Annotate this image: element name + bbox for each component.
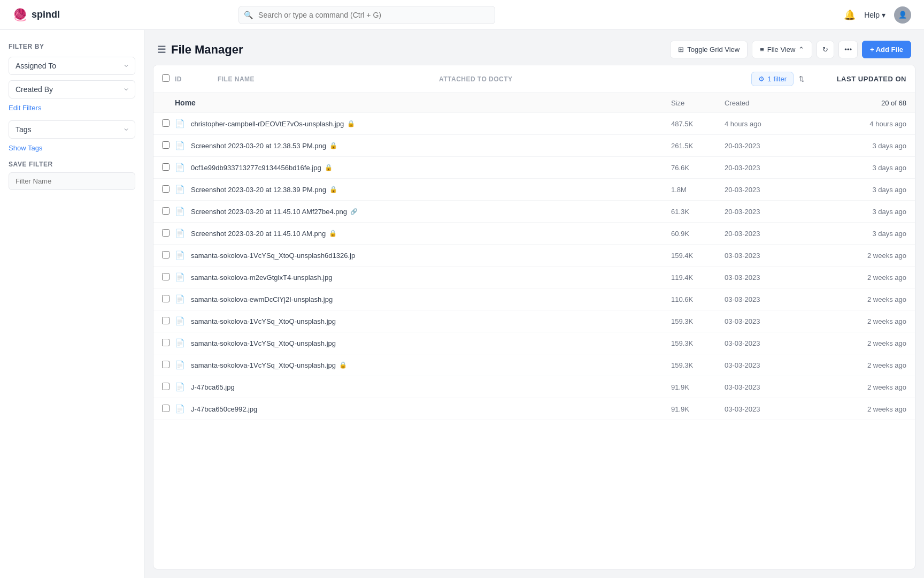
row-checkbox-cell-13 <box>162 405 175 414</box>
table-row[interactable]: 📄 christopher-campbell-rDEOVtE7vOs-unspl… <box>153 113 915 135</box>
row-checkbox-2[interactable] <box>162 163 170 171</box>
file-name-10: samanta-sokolova-1VcYSq_XtoQ-unsplash.jp… <box>191 339 671 347</box>
file-size-3: 1.8M <box>671 186 725 194</box>
file-size-1: 261.5K <box>671 142 725 150</box>
file-name-text-2: 0cf1e99db933713277c9134456bd16fe.jpg <box>191 164 321 172</box>
record-count: 20 of 68 <box>810 99 906 107</box>
filter-by-label: Filter By <box>9 43 135 50</box>
file-size-5: 60.9K <box>671 230 725 238</box>
lock-icon-11: 🔒 <box>339 361 347 369</box>
file-type-icon-2: 📄 <box>175 163 187 172</box>
search-icon: 🔍 <box>244 11 253 19</box>
file-type-icon-11: 📄 <box>175 360 187 370</box>
table-row[interactable]: 📄 samanta-sokolova-ewmDcClYj2I-unsplash.… <box>153 288 915 310</box>
assigned-to-select[interactable]: Assigned To <box>9 57 135 75</box>
row-checkbox-9[interactable] <box>162 317 170 324</box>
search-input[interactable] <box>238 6 495 24</box>
table-body: 📄 christopher-campbell-rDEOVtE7vOs-unspl… <box>153 113 915 569</box>
file-type-icon-8: 📄 <box>175 294 187 304</box>
created-by-select[interactable]: Created By <box>9 80 135 98</box>
table-row[interactable]: 📄 samanta-sokolova-1VcYSq_XtoQ-unsplash.… <box>153 354 915 376</box>
file-created-4: 20-03-2023 <box>725 208 810 216</box>
file-created-2: 20-03-2023 <box>725 164 810 172</box>
tags-select[interactable]: Tags <box>9 120 135 139</box>
save-filter-label: Save Filter <box>9 161 135 168</box>
file-created-12: 03-03-2023 <box>725 383 810 391</box>
file-updated-10: 2 weeks ago <box>810 339 906 347</box>
row-checkbox-7[interactable] <box>162 273 170 280</box>
table-row[interactable]: 📄 samanta-sokolova-1VcYSq_XtoQ-unsplash6… <box>153 245 915 267</box>
row-checkbox-0[interactable] <box>162 119 170 127</box>
file-updated-6: 2 weeks ago <box>810 252 906 260</box>
row-checkbox-11[interactable] <box>162 361 170 368</box>
add-file-button[interactable]: + Add File <box>862 41 911 58</box>
row-checkbox-13[interactable] <box>162 405 170 412</box>
edit-filters-link[interactable]: Edit Filters <box>9 104 135 112</box>
table-row[interactable]: 📄 Screenshot 2023-03-20 at 12.38.39 PM.p… <box>153 179 915 201</box>
file-size-0: 487.5K <box>671 120 725 128</box>
filter-button[interactable]: ⚙ 1 filter <box>751 72 794 86</box>
row-checkbox-4[interactable] <box>162 207 170 215</box>
logo[interactable]: 🧶 spindl <box>13 8 60 22</box>
row-checkbox-cell-3 <box>162 185 175 194</box>
row-checkbox-3[interactable] <box>162 185 170 193</box>
file-size-10: 159.3K <box>671 339 725 347</box>
row-checkbox-5[interactable] <box>162 229 170 237</box>
file-view-button[interactable]: ≡ File View ⌃ <box>752 41 812 58</box>
table-row[interactable]: 📄 samanta-sokolova-1VcYSq_XtoQ-unsplash.… <box>153 332 915 354</box>
help-label: Help <box>864 11 880 19</box>
toggle-grid-view-button[interactable]: ⊞ Toggle Grid View <box>670 41 748 58</box>
row-checkbox-10[interactable] <box>162 339 170 346</box>
filter-icon: ⚙ <box>758 75 765 83</box>
file-name-4: Screenshot 2023-03-20 at 11.45.10 AMf27b… <box>191 208 671 216</box>
table-row[interactable]: 📄 Screenshot 2023-03-20 at 12.38.53 PM.p… <box>153 135 915 157</box>
file-created-10: 03-03-2023 <box>725 339 810 347</box>
row-checkbox-cell-4 <box>162 207 175 216</box>
content-area: ☰ File Manager ⊞ Toggle Grid View ≡ File… <box>144 30 924 578</box>
table-row[interactable]: 📄 Screenshot 2023-03-20 at 11.45.10 AM.p… <box>153 223 915 245</box>
filter-name-input[interactable] <box>9 172 135 190</box>
avatar[interactable]: 👤 <box>894 6 911 24</box>
table-row[interactable]: 📄 0cf1e99db933713277c9134456bd16fe.jpg 🔒… <box>153 157 915 179</box>
show-tags-link[interactable]: Show Tags <box>9 144 135 152</box>
row-checkbox-cell-9 <box>162 317 175 326</box>
table-row[interactable]: 📄 J-47bca65.jpg 91.9K 03-03-2023 2 weeks… <box>153 376 915 398</box>
select-all-checkbox[interactable] <box>162 74 170 82</box>
file-name-text-7: samanta-sokolova-m2evGtglxT4-unsplash.jp… <box>191 273 332 282</box>
file-type-icon-1: 📄 <box>175 141 187 150</box>
file-updated-13: 2 weeks ago <box>810 405 906 413</box>
file-name-13: J-47bca650ce992.jpg <box>191 405 671 413</box>
more-options-button[interactable]: ••• <box>838 41 858 58</box>
file-type-icon-7: 📄 <box>175 272 187 282</box>
table-row[interactable]: 📄 samanta-sokolova-1VcYSq_XtoQ-unsplash.… <box>153 310 915 332</box>
file-updated-0: 4 hours ago <box>810 120 906 128</box>
file-name-text-5: Screenshot 2023-03-20 at 11.45.10 AM.png <box>191 230 326 238</box>
hamburger-icon[interactable]: ☰ <box>157 44 166 56</box>
refresh-button[interactable]: ↻ <box>817 41 834 58</box>
row-checkbox-1[interactable] <box>162 141 170 149</box>
logo-icon: 🧶 <box>13 8 27 22</box>
file-type-icon-0: 📄 <box>175 119 187 128</box>
topnav-right: 🔔 Help ▾ 👤 <box>844 6 911 24</box>
notification-bell-icon[interactable]: 🔔 <box>844 9 856 21</box>
add-file-label: + Add File <box>870 45 903 54</box>
file-size-13: 91.9K <box>671 405 725 413</box>
file-name-2: 0cf1e99db933713277c9134456bd16fe.jpg 🔒 <box>191 164 671 172</box>
file-table: ID File Name Attached To DocTy ⚙ 1 filte… <box>153 65 915 569</box>
sort-button[interactable]: ⇅ <box>794 72 810 86</box>
row-checkbox-8[interactable] <box>162 295 170 302</box>
topnav: 🧶 spindl 🔍 🔔 Help ▾ 👤 <box>0 0 924 30</box>
row-checkbox-cell-7 <box>162 273 175 282</box>
page-title: File Manager <box>171 43 243 57</box>
table-row[interactable]: 📄 J-47bca650ce992.jpg 91.9K 03-03-2023 2… <box>153 398 915 420</box>
file-updated-1: 3 days ago <box>810 142 906 150</box>
row-checkbox-6[interactable] <box>162 251 170 258</box>
table-row[interactable]: 📄 samanta-sokolova-m2evGtglxT4-unsplash.… <box>153 267 915 288</box>
file-created-11: 03-03-2023 <box>725 361 810 369</box>
help-menu[interactable]: Help ▾ <box>864 11 886 19</box>
file-name-8: samanta-sokolova-ewmDcClYj2I-unsplash.jp… <box>191 295 671 303</box>
file-type-icon-5: 📄 <box>175 229 187 238</box>
table-row[interactable]: 📄 Screenshot 2023-03-20 at 11.45.10 AMf2… <box>153 201 915 223</box>
row-checkbox-12[interactable] <box>162 383 170 390</box>
file-name-11: samanta-sokolova-1VcYSq_XtoQ-unsplash.jp… <box>191 361 671 369</box>
